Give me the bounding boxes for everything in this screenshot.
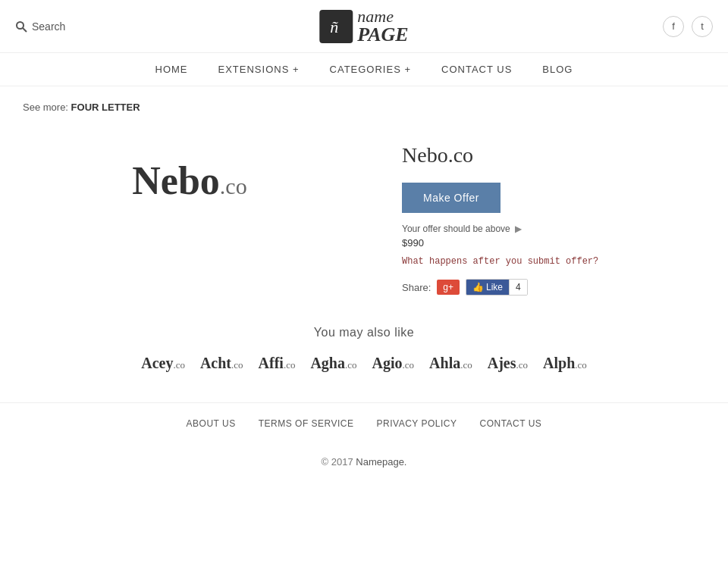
domain-ext: .co (516, 359, 528, 371)
domain-name: Alph (543, 355, 575, 371)
domain-ext: .co (575, 359, 587, 371)
breadcrumb-prefix: See more: (23, 102, 68, 113)
list-item[interactable]: Agio.co (372, 355, 415, 372)
domain-name: Acht (200, 355, 231, 371)
search-label: Search (32, 20, 65, 33)
domain-ext: .co (460, 359, 472, 371)
fb-count: 4 (509, 280, 527, 295)
search-area[interactable]: Search (15, 20, 65, 33)
product-display-ext: .co (220, 174, 247, 199)
also-like-section: You may also like Acey.co Acht.co Affi.c… (23, 326, 705, 372)
breadcrumb: See more: FOUR LETTER (23, 102, 705, 113)
product-logo-display: Nebo.co (23, 128, 356, 233)
submit-offer-link[interactable]: What happens after you submit offer? (402, 256, 705, 267)
product-display-name: Nebo (132, 159, 220, 202)
list-item[interactable]: Alph.co (543, 355, 587, 372)
domain-name: Affi (259, 355, 284, 371)
share-row: Share: g+ 👍 Like 4 (402, 279, 705, 296)
domain-name: Ajes (488, 355, 516, 371)
nav-home[interactable]: HOME (155, 64, 188, 75)
domain-ext: .co (345, 359, 357, 371)
domain-name: Acey (141, 355, 173, 371)
footer-privacy[interactable]: PRIVACY POLICY (377, 418, 457, 429)
footer-contact[interactable]: CONTACT US (479, 418, 541, 429)
twitter-icon[interactable]: t (692, 16, 713, 37)
domain-name: Agha (310, 355, 345, 371)
svg-text:ñ: ñ (330, 17, 338, 36)
header: Search ñ name PAGE f t (0, 0, 728, 53)
domain-list: Acey.co Acht.co Affi.co Agha.co Agio.co … (23, 355, 705, 372)
list-item[interactable]: Affi.co (259, 355, 296, 372)
also-like-title: You may also like (23, 326, 705, 339)
list-item[interactable]: Agha.co (310, 355, 356, 372)
fb-like-inner: 👍 Like (466, 280, 509, 295)
domain-ext: .co (173, 359, 185, 371)
social-links: f t (663, 16, 713, 37)
list-item[interactable]: Ahla.co (429, 355, 472, 372)
breadcrumb-link[interactable]: FOUR LETTER (71, 102, 140, 113)
gplus-icon: g+ (443, 282, 453, 292)
logo-text: name PAGE (357, 8, 408, 45)
fb-like-icon: 👍 (472, 282, 484, 292)
footer-about[interactable]: ABOUT US (187, 418, 236, 429)
product-info: Nebo.co Make Offer Your offer should be … (402, 128, 705, 296)
main-nav: HOME EXTENSIONS + CATEGORIES + CONTACT U… (0, 53, 728, 86)
arrow-icon: ▶ (515, 224, 522, 234)
nav-contact[interactable]: CONTACT US (441, 64, 512, 75)
facebook-icon[interactable]: f (663, 16, 684, 37)
google-plus-button[interactable]: g+ (437, 280, 460, 295)
share-label: Share: (402, 282, 431, 293)
svg-point-0 (17, 22, 24, 29)
list-item[interactable]: Acht.co (200, 355, 243, 372)
footer-copyright: © 2017 Namepage. (0, 444, 728, 480)
fb-like-label: Like (486, 282, 503, 292)
domain-name: Agio (372, 355, 403, 371)
product-section: Nebo.co Nebo.co Make Offer Your offer sh… (23, 128, 705, 296)
footer-brand-link[interactable]: Namepage. (356, 456, 406, 468)
product-logo-large: Nebo.co (132, 158, 246, 203)
facebook-like-button[interactable]: 👍 Like 4 (466, 279, 528, 296)
nav-categories[interactable]: CATEGORIES + (330, 64, 411, 75)
product-title: Nebo.co (402, 143, 705, 167)
domain-ext: .co (284, 359, 296, 371)
domain-ext: .co (403, 359, 415, 371)
footer: ABOUT US TERMS OF SERVICE PRIVACY POLICY… (0, 402, 728, 480)
footer-nav: ABOUT US TERMS OF SERVICE PRIVACY POLICY… (0, 402, 728, 444)
logo-icon: ñ (319, 10, 353, 43)
main-content: See more: FOUR LETTER Nebo.co Nebo.co Ma… (8, 86, 720, 402)
list-item[interactable]: Ajes.co (488, 355, 528, 372)
svg-line-1 (23, 28, 27, 32)
nav-extensions[interactable]: EXTENSIONS + (218, 64, 300, 75)
domain-ext: .co (231, 359, 243, 371)
domain-name: Ahla (429, 355, 460, 371)
offer-hint: Your offer should be above ▶ (402, 224, 705, 234)
logo[interactable]: ñ name PAGE (319, 8, 408, 45)
make-offer-button[interactable]: Make Offer (402, 183, 500, 213)
nav-blog[interactable]: BLOG (542, 64, 573, 75)
search-icon (15, 20, 27, 33)
list-item[interactable]: Acey.co (141, 355, 185, 372)
footer-terms[interactable]: TERMS OF SERVICE (259, 418, 354, 429)
offer-price: $990 (402, 237, 705, 249)
